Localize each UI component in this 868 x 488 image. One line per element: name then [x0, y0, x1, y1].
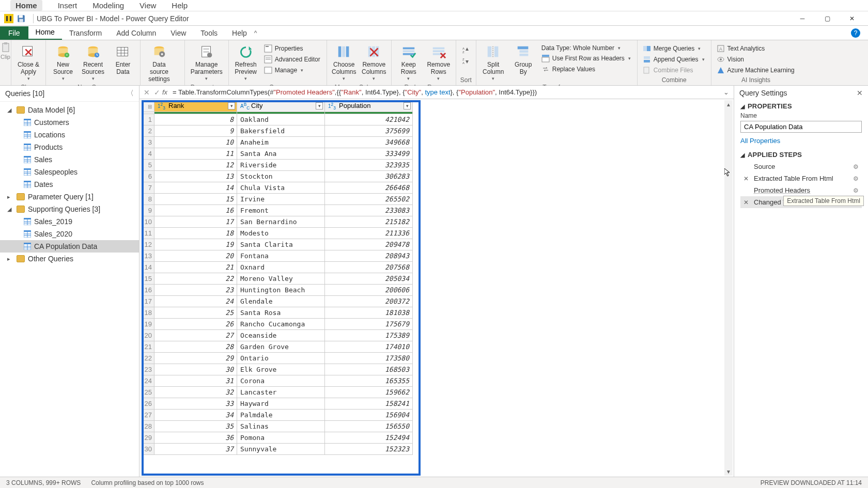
table-row[interactable]: 512Riverside323935	[142, 160, 413, 171]
recent-sources-button[interactable]: Recent Sources▾	[79, 42, 107, 83]
row-header-corner[interactable]: ⊞	[142, 101, 154, 112]
table-row[interactable]: 1320Fontana208943	[142, 250, 413, 262]
table-row[interactable]: 1017San Bernardino215182	[142, 216, 413, 228]
keep-rows-button[interactable]: Keep Rows▾	[395, 42, 423, 83]
properties-section-title[interactable]: ◢PROPERTIES	[740, 102, 862, 110]
replace-values-button[interactable]: Replace Values	[540, 65, 632, 74]
host-menu-insert[interactable]: Insert	[58, 1, 78, 10]
help-icon[interactable]: ?	[851, 28, 860, 38]
query-item[interactable]: Dates	[0, 178, 139, 191]
table-row[interactable]: 714Chula Vista266468	[142, 182, 413, 194]
ribbon-expand-icon[interactable]: ^	[254, 29, 257, 37]
advanced-editor-button[interactable]: Advanced Editor	[263, 55, 321, 64]
query-item[interactable]: CA Population Data	[0, 240, 139, 253]
tab-view[interactable]: View	[163, 26, 193, 40]
table-row[interactable]: 815Irvine265502	[142, 194, 413, 205]
table-row[interactable]: 1118Modesto211336	[142, 228, 413, 239]
close-apply-button[interactable]: Close & Apply▾	[14, 42, 42, 83]
query-name-input[interactable]	[740, 121, 862, 133]
append-queries-button[interactable]: Append Queries▾	[642, 55, 706, 64]
host-menu-home[interactable]: Home	[10, 0, 42, 11]
table-row[interactable]: 1724Glendale200372	[142, 296, 413, 307]
table-row[interactable]: 1522Moreno Valley205034	[142, 273, 413, 285]
save-icon[interactable]	[17, 14, 26, 23]
table-row[interactable]: 310Anaheim349668	[142, 137, 413, 148]
table-row[interactable]: 2532Lancaster159662	[142, 387, 413, 398]
sort-asc-button[interactable]: AZ	[460, 45, 471, 55]
merge-queries-button[interactable]: Merge Queries▾	[642, 44, 706, 53]
table-row[interactable]: 1421Oxnard207568	[142, 262, 413, 273]
table-row[interactable]: 18Oakland421042	[142, 114, 413, 125]
query-item[interactable]: Customers	[0, 116, 139, 129]
column-header[interactable]: 123Population▾	[325, 101, 413, 112]
minimize-button[interactable]: ─	[791, 12, 814, 25]
formula-accept-icon[interactable]: ✓	[152, 88, 162, 97]
group-by-button[interactable]: Group By	[509, 42, 537, 77]
table-row[interactable]: 1926Rancho Cucamonga175679	[142, 319, 413, 330]
table-row[interactable]: 916Fremont233083	[142, 205, 413, 216]
applied-steps-title[interactable]: ◢APPLIED STEPS	[740, 151, 862, 159]
table-row[interactable]: 29Bakersfield375699	[142, 125, 413, 137]
table-row[interactable]: 2027Oceanside175389	[142, 330, 413, 341]
table-row[interactable]: 2330Elk Grove168503	[142, 364, 413, 375]
query-item[interactable]: Sales_2020	[0, 228, 139, 240]
host-menu-modeling[interactable]: Modeling	[92, 1, 124, 10]
applied-step[interactable]: Promoted Headers⚙Extracted Table From Ht…	[740, 184, 862, 196]
query-item[interactable]: Products	[0, 141, 139, 153]
manage-parameters-button[interactable]: Manage Parameters▾	[188, 42, 225, 83]
properties-button[interactable]: Properties	[263, 44, 321, 53]
query-item[interactable]: Salespeoples	[0, 166, 139, 178]
azure-ml-button[interactable]: Azure Machine Learning	[716, 66, 796, 75]
table-row[interactable]: 1219Santa Clarita209478	[142, 239, 413, 250]
collapse-queries-icon[interactable]: 〈	[127, 89, 134, 98]
table-row[interactable]: 2128Garden Grove174010	[142, 341, 413, 353]
table-row[interactable]: 3037Sunnyvale152323	[142, 444, 413, 455]
enter-data-button[interactable]: Enter Data	[109, 42, 137, 77]
tab-tools[interactable]: Tools	[193, 26, 225, 40]
vertical-scrollbar[interactable]: ▲ ▼	[724, 100, 733, 476]
applied-step[interactable]: ✕Extracted Table From Html⚙	[740, 172, 862, 184]
query-item[interactable]: Sales	[0, 153, 139, 166]
tab-home[interactable]: Home	[28, 25, 62, 40]
column-header[interactable]: 123Rank▾	[154, 101, 237, 112]
table-row[interactable]: 2734Palmdale156904	[142, 410, 413, 421]
first-row-headers-button[interactable]: Use First Row as Headers▾	[540, 54, 632, 63]
tab-add-column[interactable]: Add Column	[109, 26, 163, 40]
query-group[interactable]: ▸Parameter Query [1]	[0, 191, 139, 203]
tab-transform[interactable]: Transform	[62, 26, 109, 40]
column-header[interactable]: ABCCity▾	[237, 101, 325, 112]
split-column-button[interactable]: Split Column▾	[479, 42, 507, 83]
refresh-preview-button[interactable]: Refresh Preview▾	[232, 42, 260, 83]
table-row[interactable]: 613Stockton306283	[142, 171, 413, 182]
host-menu-view[interactable]: View	[140, 1, 156, 10]
scroll-down-icon[interactable]: ▼	[724, 467, 733, 476]
query-group[interactable]: ▸Other Queries	[0, 253, 139, 265]
new-source-button[interactable]: + New Source▾	[49, 42, 77, 83]
query-item[interactable]: Locations	[0, 129, 139, 141]
data-grid[interactable]: ⊞123Rank▾ABCCity▾123Population▾18Oakland…	[142, 100, 723, 476]
table-row[interactable]: 411Santa Ana333499	[142, 148, 413, 160]
table-row[interactable]: 2835Salinas156550	[142, 421, 413, 432]
table-row[interactable]: 1825Santa Rosa181038	[142, 307, 413, 319]
applied-step[interactable]: Source⚙	[740, 161, 862, 172]
manage-button[interactable]: Manage▾	[263, 66, 321, 75]
data-type-button[interactable]: Data Type: Whole Number▾	[540, 44, 632, 52]
formula-text[interactable]: = Table.TransformColumnTypes(#"Promoted …	[173, 88, 720, 96]
maximize-button[interactable]: ▢	[815, 12, 839, 25]
close-button[interactable]: ✕	[840, 12, 864, 25]
all-properties-link[interactable]: All Properties	[740, 137, 780, 145]
table-row[interactable]: 2936Pomona152494	[142, 432, 413, 444]
table-row[interactable]: 2229Ontario173580	[142, 353, 413, 364]
formula-cancel-icon[interactable]: ✕	[142, 88, 152, 97]
tab-help[interactable]: Help	[225, 26, 254, 40]
sort-desc-button[interactable]: ZA	[460, 56, 471, 66]
text-analytics-button[interactable]: AText Analytics	[716, 44, 796, 53]
remove-rows-button[interactable]: Remove Rows▾	[425, 42, 453, 83]
remove-columns-button[interactable]: Remove Columns▾	[360, 42, 388, 83]
query-group[interactable]: ◢Data Model [6]	[0, 104, 139, 116]
choose-columns-button[interactable]: Choose Columns▾	[330, 42, 358, 83]
data-source-settings-button[interactable]: Data source settings	[144, 42, 175, 84]
scroll-up-icon[interactable]: ▲	[724, 100, 733, 108]
formula-expand-icon[interactable]: ⌄	[720, 88, 732, 96]
query-item[interactable]: Sales_2019	[0, 215, 139, 228]
